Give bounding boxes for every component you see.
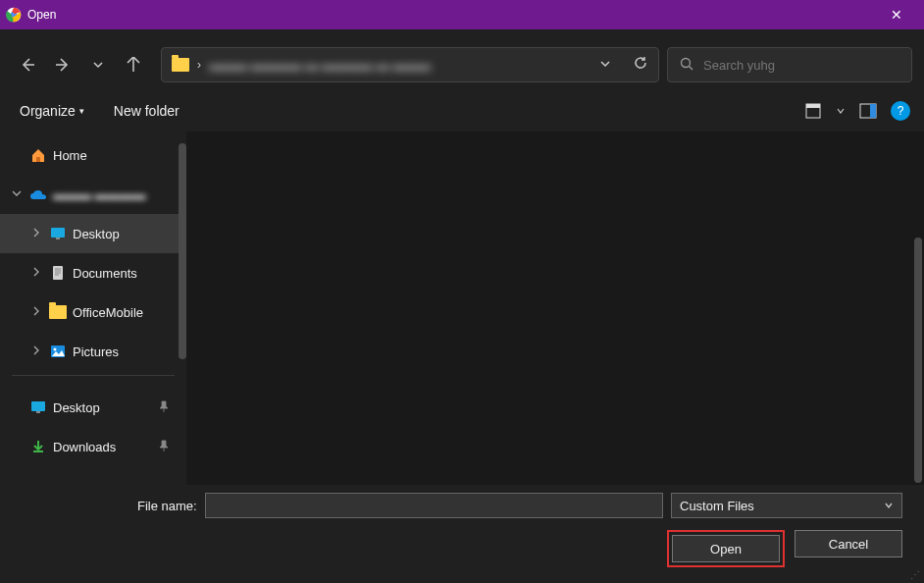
bottom-panel: File name: Custom Files Open Cancel <box>0 485 924 569</box>
documents-icon <box>49 264 67 282</box>
filetype-label: Custom Files <box>680 499 754 513</box>
svg-point-11 <box>54 348 57 351</box>
window-title: Open <box>27 8 56 22</box>
address-chevron-icon[interactable] <box>599 58 611 73</box>
desktop-icon <box>29 398 47 416</box>
organize-button[interactable]: Organize ▾ <box>20 103 84 119</box>
chevron-right-icon[interactable] <box>29 306 43 318</box>
sidebar-item-label: ▬▬▬ ▬▬▬▬ <box>53 187 146 202</box>
preview-pane-button[interactable] <box>857 100 879 122</box>
toolbar-right: ? <box>802 100 910 122</box>
svg-rect-4 <box>806 104 820 108</box>
pin-icon <box>159 440 169 454</box>
address-bar[interactable]: › ▬▬▬ ▬▬▬▬ ▬ ▬▬▬▬ ▬ ▬▬▬ <box>161 47 659 82</box>
path-text: ▬▬▬ ▬▬▬▬ ▬ ▬▬▬▬ ▬ ▬▬▬ <box>209 58 586 73</box>
cancel-button[interactable]: Cancel <box>795 530 902 557</box>
titlebar: Open ✕ <box>0 0 924 29</box>
sidebar-item-label: Desktop <box>73 227 120 241</box>
svg-rect-13 <box>36 411 40 413</box>
sidebar-scrollbar[interactable] <box>179 143 186 359</box>
sidebar-item-label: Documents <box>73 266 137 281</box>
chevron-down-icon: ▾ <box>79 106 84 116</box>
downloads-icon <box>29 438 47 455</box>
content-scrollbar[interactable] <box>914 238 922 483</box>
chrome-icon <box>6 7 22 23</box>
forward-button[interactable] <box>53 55 73 75</box>
open-highlight: Open <box>667 530 785 567</box>
button-row: Open Cancel <box>22 528 902 567</box>
sidebar-item-label: Desktop <box>53 400 100 415</box>
search-input[interactable] <box>703 58 899 73</box>
sidebar-item-downloads[interactable]: Downloads <box>0 427 186 466</box>
filetype-select[interactable]: Custom Files <box>671 493 902 518</box>
sidebar-item-documents[interactable]: Documents <box>0 253 186 292</box>
toolbar-row: Organize ▾ New folder ? <box>0 96 924 132</box>
view-dropdown-icon[interactable] <box>836 100 846 122</box>
pin-icon <box>159 400 169 415</box>
back-button[interactable] <box>18 55 37 75</box>
open-button[interactable]: Open <box>672 535 780 562</box>
sidebar-item-label: Pictures <box>73 344 119 359</box>
folder-icon <box>172 58 189 72</box>
chevron-down-icon <box>884 501 894 510</box>
pictures-icon <box>49 343 67 360</box>
nav-row: › ▬▬▬ ▬▬▬▬ ▬ ▬▬▬▬ ▬ ▬▬▬ <box>0 29 924 96</box>
main-area: Home ▬▬▬ ▬▬▬▬ Desktop <box>0 132 924 485</box>
sidebar-item-home[interactable]: Home <box>0 135 186 175</box>
close-button[interactable]: ✕ <box>877 0 916 29</box>
recent-chevron-icon[interactable] <box>88 55 108 75</box>
svg-rect-6 <box>870 104 876 118</box>
chevron-right-icon[interactable] <box>29 267 43 279</box>
sidebar-item-label: Home <box>53 148 87 163</box>
sidebar-item-desktop[interactable]: Desktop <box>0 214 186 253</box>
path-separator-icon: › <box>197 58 201 72</box>
help-button[interactable]: ? <box>891 101 910 121</box>
resize-grip[interactable]: ⋰ <box>910 569 922 581</box>
sidebar: Home ▬▬▬ ▬▬▬▬ Desktop <box>0 132 186 485</box>
view-mode-button[interactable] <box>802 100 824 122</box>
sidebar-item-desktop-quick[interactable]: Desktop <box>0 388 186 427</box>
new-folder-button[interactable]: New folder <box>114 103 180 119</box>
sidebar-item-label: OfficeMobile <box>73 305 143 320</box>
home-icon <box>29 146 47 164</box>
svg-point-2 <box>682 58 691 67</box>
chevron-down-icon[interactable] <box>10 188 24 200</box>
sidebar-item-label: Downloads <box>53 440 116 454</box>
filename-input[interactable] <box>205 493 663 518</box>
sidebar-item-pictures[interactable]: Pictures <box>0 332 186 371</box>
svg-rect-7 <box>51 228 65 238</box>
svg-rect-12 <box>31 401 45 411</box>
up-button[interactable] <box>124 55 143 75</box>
desktop-icon <box>49 225 67 242</box>
sidebar-item-officemobile[interactable]: OfficeMobile <box>0 292 186 332</box>
refresh-button[interactable] <box>633 55 648 75</box>
cloud-icon <box>29 186 47 203</box>
titlebar-left: Open <box>6 7 56 23</box>
organize-label: Organize <box>20 103 76 119</box>
search-bar[interactable] <box>667 47 912 82</box>
file-list-area[interactable] <box>186 132 924 485</box>
chevron-right-icon[interactable] <box>29 345 43 357</box>
folder-icon <box>49 303 67 321</box>
toolbar-left: Organize ▾ New folder <box>20 103 180 119</box>
svg-rect-8 <box>56 238 60 239</box>
sidebar-item-onedrive[interactable]: ▬▬▬ ▬▬▬▬ <box>0 175 186 214</box>
filename-label: File name: <box>137 499 197 513</box>
chevron-right-icon[interactable] <box>29 228 43 239</box>
sidebar-divider <box>12 375 175 376</box>
search-icon <box>680 57 693 74</box>
nav-arrows <box>18 55 143 75</box>
filename-row: File name: Custom Files <box>22 493 902 518</box>
